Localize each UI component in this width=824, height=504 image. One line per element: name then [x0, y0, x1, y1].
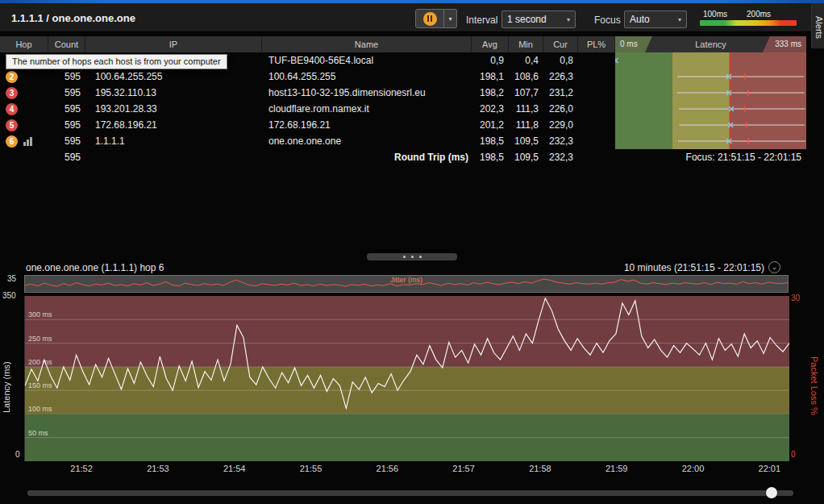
min-cell: 108,6: [509, 69, 543, 85]
svg-text:250 ms: 250 ms: [28, 335, 52, 343]
count-cell: 595: [48, 117, 85, 133]
timeline-range-label: 10 minutes (21:51:15 - 22:01:15): [624, 262, 764, 273]
focus-value: Auto: [630, 14, 650, 25]
timeline-range-dropdown-icon[interactable]: ⌄: [768, 261, 780, 273]
target-title: 1.1.1.1 / one.one.one.one: [11, 12, 135, 24]
table-footer-row: 595 Round Trip (ms) 198,5 109,5 232,3 Fo…: [0, 149, 806, 165]
round-trip-label: Round Trip (ms): [262, 149, 472, 165]
latency-axis-min-chip: 0 ms: [615, 36, 652, 52]
latency-axis-min: 0: [15, 450, 20, 459]
interval-select[interactable]: 1 second ▾: [501, 10, 576, 28]
packetloss-axis-min: 0: [791, 450, 796, 459]
cur-cell: 226,0: [543, 101, 578, 117]
hop-number-badge: 4: [6, 103, 18, 115]
min-cell: 109,5: [509, 133, 543, 149]
column-header-latency[interactable]: 0 ms Latency 333 ms: [615, 36, 806, 52]
x-tick-label: 21:52: [65, 464, 98, 473]
column-header-avg[interactable]: Avg: [472, 36, 509, 52]
cur-cell: 232,3: [543, 133, 578, 149]
jitter-strip-label: Jitter (ms): [25, 276, 788, 284]
x-tick-label: 21:59: [601, 464, 633, 473]
timeline-graph-icon: [23, 137, 32, 146]
splitter-handle[interactable]: [367, 253, 457, 260]
footer-cur: 232,3: [543, 149, 578, 165]
latency-legend: 100ms 200ms: [700, 10, 797, 26]
latency-axis-max-chip: 333 ms: [763, 36, 806, 52]
min-cell: 111,3: [509, 101, 543, 117]
pl-cell: [578, 69, 615, 85]
x-tick-label: 21:57: [447, 464, 480, 473]
min-cell: 0,4: [509, 52, 543, 69]
pl-cell: [578, 52, 615, 69]
pl-cell: [578, 117, 615, 133]
latency-header-label: Latency: [695, 40, 726, 49]
focus-select[interactable]: Auto ▾: [624, 10, 687, 28]
footer-min: 109,5: [509, 149, 543, 165]
column-header-min[interactable]: Min: [509, 36, 543, 52]
interval-value: 1 second: [507, 14, 547, 25]
timeline-scrollbar[interactable]: [27, 490, 793, 496]
latency-legend-labels: 100ms 200ms: [700, 10, 797, 19]
latency-mini-graph-svg: [615, 52, 806, 149]
name-cell: one.one.one.one: [262, 133, 472, 149]
scrollbar-thumb[interactable]: [766, 487, 777, 498]
timeline-title: one.one.one.one (1.1.1.1) hop 6: [26, 262, 164, 273]
latency-mini-graph: [615, 52, 806, 149]
hop-tooltip: The number of hops each host is from you…: [6, 54, 227, 69]
count-cell: 595: [48, 101, 85, 117]
hop-cell: 5: [0, 117, 48, 133]
count-cell: 595: [48, 69, 85, 85]
cur-cell: 226,3: [543, 69, 578, 85]
splitter-dot-icon: [403, 256, 406, 258]
latency-axis-max: 350: [2, 291, 16, 300]
avg-cell: 0,9: [472, 52, 509, 69]
hop-cell: 3: [0, 85, 48, 101]
avg-cell: 201,2: [472, 117, 509, 133]
alerts-tab[interactable]: Alerts: [811, 3, 824, 48]
column-header-hop[interactable]: Hop: [0, 36, 48, 52]
footer-avg: 198,5: [472, 149, 509, 165]
chevron-down-icon: ▾: [448, 15, 452, 23]
hop-number-badge: 2: [6, 71, 18, 83]
name-cell: cloudflare.rom.namex.it: [262, 101, 472, 117]
svg-text:100 ms: 100 ms: [28, 405, 52, 413]
ip-cell: 1.1.1.1: [85, 133, 262, 149]
table-header-row: Hop Count IP Name Avg Min Cur PL% 0 ms L…: [0, 36, 806, 52]
jitter-strip: Jitter (ms): [24, 275, 789, 293]
column-header-ip[interactable]: IP: [85, 36, 262, 52]
column-header-cur[interactable]: Cur: [543, 36, 578, 52]
footer-count: 595: [48, 149, 85, 165]
timeline-plot[interactable]: 50 ms100 ms150 ms200 ms250 ms300 ms: [24, 296, 789, 461]
count-cell: 595: [48, 133, 85, 149]
name-cell: TUF-BE9400-56E4.local: [262, 52, 472, 69]
x-tick-label: 22:00: [677, 464, 710, 473]
column-header-pl[interactable]: PL%: [578, 36, 615, 52]
svg-text:150 ms: 150 ms: [28, 381, 52, 389]
column-header-count[interactable]: Count: [48, 36, 85, 52]
hop-number-badge: 5: [6, 119, 18, 131]
min-cell: 111,8: [509, 117, 543, 133]
column-header-name[interactable]: Name: [262, 36, 472, 52]
cur-cell: 0,8: [543, 52, 578, 69]
pause-button[interactable]: [415, 9, 444, 28]
latency-axis-label: Latency (ms): [2, 323, 11, 452]
pl-cell: [578, 85, 615, 101]
panel-splitter[interactable]: [0, 253, 824, 261]
packetloss-axis-max: 30: [791, 294, 800, 302]
latency-legend-gradient-bar: [700, 20, 797, 26]
legend-200ms-label: 200ms: [747, 10, 771, 19]
timeline-plot-svg: 50 ms100 ms150 ms200 ms250 ms300 ms: [25, 296, 789, 461]
focus-range-label: Focus: 21:51:15 - 22:01:15: [615, 149, 806, 165]
toolbar: 1.1.1.1 / one.one.one.one ▾ Interval 1 s…: [0, 3, 824, 32]
pause-dropdown-button[interactable]: ▾: [444, 9, 457, 28]
x-tick-label: 21:58: [524, 464, 556, 473]
x-tick-label: 21:55: [295, 464, 327, 473]
avg-cell: 198,5: [472, 133, 509, 149]
x-tick-label: 22:01: [753, 464, 785, 473]
chevron-down-icon: ▾: [567, 16, 570, 23]
x-tick-label: 21:54: [218, 464, 251, 473]
x-tick-label: 21:53: [142, 464, 174, 473]
avg-cell: 202,3: [472, 101, 509, 117]
focus-label: Focus: [594, 15, 621, 26]
ip-cell: 172.68.196.21: [85, 117, 262, 133]
